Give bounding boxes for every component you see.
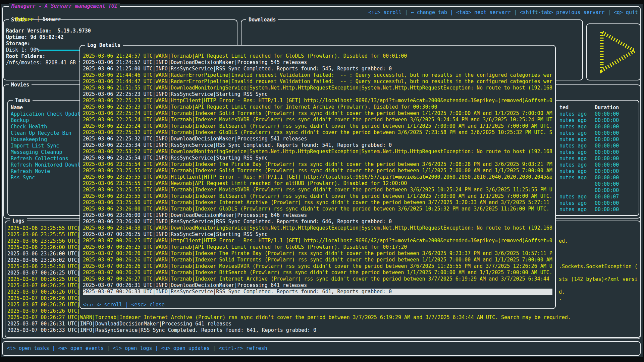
log-detail-line[interactable]: 2025-03-06 21:44:46 UTC|WARN|RadarrError… [83, 72, 552, 78]
log-line[interactable]: 2025-03-06 23:26:02 UTC| [7, 257, 81, 263]
log-line[interactable]: 2025-03-06 23:26:00 UTC| [7, 251, 81, 257]
logs-full-list: 2025-03-07 00:26:27 UTC|WARN|Torznab|Ind… [7, 314, 638, 334]
task-schedule-row[interactable]: nutes ago00:00:00 [559, 111, 637, 117]
tab-sonarr[interactable]: Sonarr [43, 16, 61, 22]
log-line[interactable]: 2025-03-06 23:26:00 UTC| [7, 244, 81, 251]
log-detail-line[interactable]: 2025-03-06 22:53:27 UTC|WARN|DownloadMon… [83, 148, 552, 155]
app-title: Managarr - A Servarr management TUI [9, 3, 120, 9]
task-schedule-row[interactable]: nutes ago00:00:00 [559, 124, 637, 130]
log-detail-line[interactable]: 2025-03-07 00:26:26 UTC|WARN|Torznab|Ind… [83, 263, 552, 269]
log-detail-line[interactable]: 2025-03-06 22:25:24 UTC|WARN|Torznab|Ind… [83, 123, 552, 129]
log-detail-line[interactable]: 2025-03-06 22:25:32 UTC|INFO|DownloadDec… [83, 136, 552, 142]
log-detail-line[interactable]: 2025-03-06 21:25:00 UTC|INFO|RssSyncServ… [83, 66, 552, 72]
log-detail-line[interactable]: 2025-03-06 23:26:02 UTC|INFO|RssSyncServ… [83, 219, 552, 225]
task-schedule-row[interactable]: nutes ago00:00:00 [559, 136, 637, 143]
log-line[interactable]: 2025-03-06 23:25:56 UTC| [7, 238, 81, 244]
log-detail-line[interactable]: 2025-03-07 00:26:33 UTC|INFO|RssSyncServ… [83, 289, 552, 295]
task-row[interactable]: Clean Up Recycle Bin [11, 130, 80, 136]
log-line[interactable]: 2025-03-06 23:54:58 UTC| [7, 263, 81, 270]
log-line[interactable]: 2025-03-07 00:26:25 UTC| [7, 283, 81, 289]
task-row[interactable]: Refresh Movie [11, 168, 80, 175]
log-detail-line[interactable]: 2025-03-07 00:26:26 UTC|WARN|Torznab|Ind… [83, 269, 552, 276]
log-detail-line[interactable]: 2025-03-06 21:44:47 UTC|WARN|RadarrError… [83, 78, 552, 85]
log-detail-line[interactable]: 2025-03-07 00:26:25 UTC|INFO|RssSyncServ… [83, 231, 552, 238]
log-detail-line[interactable]: 2025-03-06 22:25:23 UTC|WARN|HttpClient|… [83, 98, 552, 104]
servarr-tabs: Radarr │ Sonarr [9, 9, 61, 16]
log-details-title: Log Details [85, 42, 123, 49]
task-row[interactable]: Refresh Collections [11, 156, 80, 162]
tab-radarr[interactable]: Radarr [15, 16, 34, 22]
task-row[interactable]: Rss Sync [11, 175, 80, 181]
log-detail-line[interactable]: 2025-03-06 22:25:24 UTC|WARN|Torznab|Ind… [83, 117, 552, 123]
log-line-fragment: .Sockets.SocketException ( [559, 263, 638, 270]
task-row[interactable]: Backup [11, 117, 80, 124]
log-line[interactable]: 2025-03-07 00:26:26 UTC| [7, 289, 81, 295]
log-detail-line[interactable]: 2025-03-06 22:25:34 UTC|INFO|RssSyncServ… [83, 142, 552, 148]
log-detail-line[interactable]: 2025-03-06 23:25:56 UTC|WARN|Torznab|Ind… [83, 199, 552, 206]
log-line[interactable]: 2025-03-07 00:26:33 UTC|INFO|RssSyncServ… [7, 327, 638, 334]
log-detail-line[interactable]: 2025-03-07 00:26:31 UTC|INFO|DownloadDec… [83, 282, 552, 289]
task-schedule-row[interactable]: 00:00:00 [559, 187, 637, 194]
log-details-modal: Log Details 2025-03-06 21:24:57 UTC|WARN… [79, 45, 556, 309]
log-line[interactable]: 2025-03-07 00:26:25 UTC| [7, 276, 81, 283]
task-schedule-row[interactable]: nutes ago00:00:00 [559, 143, 637, 149]
tasks-name-header: Name [11, 105, 23, 111]
log-detail-line[interactable]: 2025-03-06 23:25:55 UTC|WARN|HttpClient|… [83, 174, 552, 180]
log-detail-line[interactable]: 2025-03-06 23:26:00 UTC|WARN|Torznab|Ind… [83, 206, 552, 212]
log-line[interactable]: 2025-03-07 00:26:31 UTC|INFO|DownloadDec… [7, 321, 638, 327]
log-detail-line[interactable]: 2025-03-06 23:25:54 UTC|WARN|Torznab|Ind… [83, 161, 552, 168]
log-detail-line[interactable]: 2025-03-06 21:24:57 UTC|WARN|Torznab|API… [83, 53, 552, 59]
task-schedule-row[interactable]: nutes ago00:00:00 [559, 156, 637, 162]
log-detail-line[interactable]: 2025-03-06 21:51:55 UTC|WARN|DownloadMon… [83, 85, 552, 91]
logs-panel-title: Logs [10, 218, 27, 224]
log-detail-line[interactable]: 2025-03-06 23:25:55 UTC|WARN|Torznab|Ind… [83, 193, 552, 199]
log-detail-line[interactable]: 2025-03-06 22:25:32 UTC|WARN|Torznab|Ind… [83, 129, 552, 136]
log-line[interactable]: 2025-03-07 00:26:26 UTC| [7, 295, 81, 302]
task-schedule-row[interactable]: nutes ago00:00:00 [559, 175, 637, 181]
log-detail-line[interactable]: 2025-03-06 23:25:55 UTC|WARN|Torznab|Ind… [83, 187, 552, 193]
task-row[interactable]: Import List Sync [11, 143, 80, 149]
task-schedule-row[interactable]: nutes ago00:00:00 [559, 130, 637, 136]
log-detail-line[interactable]: 2025-03-07 00:26:25 UTC|WARN|HttpClient|… [83, 238, 552, 244]
log-detail-line[interactable]: 2025-03-06 23:25:55 UTC|WARN|Torznab|Ind… [83, 168, 552, 174]
task-schedule-row[interactable]: nutes ago00:00:00 [559, 162, 637, 168]
stats-version: Radarr Version: 5.19.3.9730 [6, 28, 234, 34]
tasks-panel-title: Tasks [13, 97, 33, 104]
log-detail-line[interactable]: 2025-03-06 23:25:54 UTC|INFO|RssSyncServ… [83, 155, 552, 161]
logs-right-fragments: ed..Sockets.SocketException (sts (142 by… [559, 225, 639, 319]
task-row[interactable]: Housekeeping [11, 136, 80, 143]
log-line[interactable]: 2025-03-07 00:26:25 UTC| [7, 270, 81, 276]
log-detail-line[interactable]: 2025-03-07 00:26:27 UTC|WARN|Torznab|Ind… [83, 276, 552, 282]
log-detail-line[interactable]: 2025-03-06 22:25:23 UTC|WARN|Torznab|API… [83, 104, 552, 110]
task-schedule-row[interactable]: nutes ago00:00:00 [559, 149, 637, 156]
log-detail-line[interactable]: 2025-03-07 00:26:26 UTC|WARN|Torznab|Ind… [83, 257, 552, 263]
log-detail-line[interactable]: 2025-03-07 00:26:25 UTC|WARN|Torznab|API… [83, 244, 552, 250]
log-line[interactable]: 2025-03-07 00:26:26 UTC| [7, 302, 81, 308]
logo-panel [586, 23, 641, 80]
task-schedule-row[interactable]: nutes ago00:00:00 [559, 168, 637, 175]
log-detail-line[interactable]: 2025-03-07 00:26:26 UTC|WARN|Torznab|Ind… [83, 250, 552, 257]
log-line[interactable]: 2025-03-07 00:26:27 UTC|WARN|Torznab|Ind… [7, 314, 638, 321]
task-schedule-row[interactable]: 00:00:00 [559, 181, 637, 187]
task-schedule-row[interactable]: nutes ago00:00:00 [559, 206, 637, 213]
log-detail-line[interactable]: 2025-03-06 23:26:00 UTC|INFO|DownloadDec… [83, 212, 552, 219]
tab-divider: │ [34, 16, 43, 22]
task-schedule-row[interactable]: nutes ago00:00:00 [559, 117, 637, 124]
log-detail-line[interactable]: 2025-03-06 22:25:23 UTC|INFO|RssSyncServ… [83, 91, 552, 98]
task-row[interactable]: Check Health [11, 124, 80, 130]
log-detail-line[interactable]: 2025-03-06 23:54:58 UTC|WARN|DownloadMon… [83, 225, 552, 231]
task-row[interactable]: Application Check Update [11, 111, 80, 117]
task-row[interactable]: Refresh Monitored Downlo [11, 162, 80, 168]
task-row[interactable]: Messaging Cleanup [11, 149, 80, 156]
log-detail-line[interactable]: 2025-03-06 21:24:57 UTC|INFO|DownloadDec… [83, 59, 552, 66]
disk-usage-gauge [39, 50, 79, 51]
task-schedule-row[interactable]: nutes ago00:00:00 [559, 200, 637, 206]
log-line[interactable]: 2025-03-06 23:25:55 UTC| [7, 225, 81, 232]
log-line-fragment: ed. [559, 238, 568, 244]
log-detail-line[interactable]: 2025-03-06 22:25:24 UTC|WARN|Torznab|Ind… [83, 110, 552, 117]
task-schedule-row[interactable]: nutes ago00:00:07 [559, 194, 637, 200]
log-line[interactable]: 2025-03-06 23:25:55 UTC| [7, 232, 81, 238]
log-detail-line[interactable]: 2025-03-06 23:25:55 UTC|WARN|Newznab|API… [83, 180, 552, 187]
bottom-keybind-hints: <t> open tasks | <e> open events | <l> o… [7, 345, 267, 352]
log-line[interactable]: 2025-03-07 00:26:26 UTC| [7, 308, 81, 314]
